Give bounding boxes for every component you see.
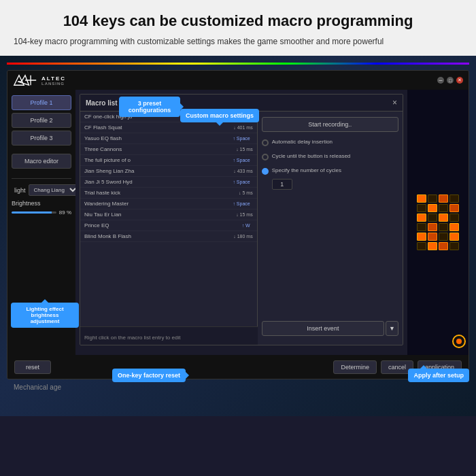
- list-item[interactable]: Niu Tau Er Lian ↓ 15 ms: [80, 209, 257, 220]
- list-item[interactable]: CF Flash Squat ↓ 401 ms: [80, 122, 257, 133]
- minimize-button[interactable]: ─: [437, 77, 444, 84]
- macro-close-button[interactable]: ×: [392, 98, 397, 107]
- light-section: light Chang Liang Brightness 89 %: [12, 178, 71, 216]
- key-block: [417, 233, 426, 241]
- title-bar: ALTEC LANSING ─ □ ✕: [7, 71, 469, 90]
- key-block: [449, 214, 459, 222]
- key-block: [439, 233, 448, 241]
- list-item[interactable]: Trial haste kick ↓ 5 ms: [80, 188, 257, 199]
- insert-event-dropdown-button[interactable]: ▼: [386, 321, 398, 336]
- logo-brand: ALTEC: [41, 75, 66, 82]
- macro-edit-hint: Right click on the macro list entry to e…: [84, 335, 180, 341]
- key-block: [428, 204, 437, 212]
- specify-cycles-radio[interactable]: [262, 168, 269, 175]
- main-content: Macro list × CF one-click high ju ↑ W CF…: [75, 90, 407, 355]
- footer-right: Determine cancel application: [333, 360, 462, 374]
- brightness-label: Brightness: [12, 200, 71, 207]
- macro-body: CF one-click high ju ↑ W CF Flash Squat …: [80, 112, 403, 341]
- key-block: [428, 214, 437, 222]
- insert-event-row: Insert event ▼: [262, 321, 398, 336]
- key-block: [417, 223, 426, 231]
- key-block: [417, 204, 426, 212]
- key-block: [439, 204, 448, 212]
- main-title: 104 keys can be customized macro program…: [14, 12, 462, 30]
- profile-1-button[interactable]: Profile 1: [12, 95, 71, 110]
- key-block: [417, 242, 426, 250]
- key-block: [439, 214, 448, 222]
- keyboard-area: [407, 90, 469, 355]
- app-footer: reset Determine cancel application: [7, 355, 469, 379]
- list-item[interactable]: Jian Ji 5 Sword Hyd ↑ Space: [80, 177, 257, 188]
- window-controls[interactable]: ─ □ ✕: [437, 77, 463, 84]
- app-window: ALTEC LANSING ─ □ ✕ Profile 1 Profile 2 …: [7, 70, 469, 379]
- key-block: [449, 233, 459, 241]
- list-item[interactable]: Jian Sheng Lian Zha ↓ 433 ms: [80, 166, 257, 177]
- insert-event-button[interactable]: Insert event: [262, 321, 384, 336]
- list-item[interactable]: Yasuo EQ flash ↑ Space: [80, 133, 257, 144]
- application-button[interactable]: application: [418, 360, 462, 374]
- key-block: [449, 204, 459, 212]
- macro-list-title: Macro list: [86, 99, 118, 107]
- macro-panel: Macro list × CF one-click high ju ↑ W CF…: [80, 94, 403, 345]
- specify-cycles-option[interactable]: Specify the number of cycles: [262, 167, 398, 175]
- determine-button[interactable]: Determine: [333, 360, 377, 374]
- app-body: Profile 1 Profile 2 Profile 3 Macro edit…: [7, 90, 469, 355]
- key-block: [439, 223, 448, 231]
- key-block: [439, 194, 448, 203]
- light-dropdown[interactable]: Chang Liang: [29, 184, 79, 196]
- brightness-slider[interactable]: [12, 211, 56, 214]
- key-block: [428, 242, 437, 250]
- cycle-until-label: Cycle until the button is released: [272, 153, 351, 160]
- list-item[interactable]: CF one-click high ju ↑ W: [80, 112, 257, 122]
- key-block: [439, 242, 448, 250]
- macro-controls: Start recording.. Automatic delay insert…: [258, 112, 403, 341]
- cycle-until-radio[interactable]: [262, 154, 269, 160]
- list-item[interactable]: Wandering Master ↑ Space: [80, 199, 257, 209]
- key-block: [417, 214, 426, 222]
- light-row: light Chang Liang: [12, 184, 71, 196]
- cancel-button[interactable]: cancel: [381, 360, 413, 374]
- automatic-delay-radio[interactable]: [262, 139, 269, 146]
- sub-title: 104-key macro programming with customiza…: [14, 37, 462, 46]
- logo-icon: [13, 74, 37, 86]
- cycle-count-input[interactable]: [272, 179, 292, 190]
- sidebar: Profile 1 Profile 2 Profile 3 Macro edit…: [7, 90, 75, 355]
- macro-list: CF one-click high ju ↑ W CF Flash Squat …: [80, 112, 258, 341]
- brightness-value: 89 %: [59, 209, 71, 216]
- key-block: [449, 194, 459, 203]
- key-block: [428, 194, 437, 203]
- profile-3-button[interactable]: Profile 3: [12, 131, 71, 146]
- key-block: [428, 233, 437, 241]
- macro-editor-button[interactable]: Macro editor: [12, 154, 71, 169]
- brightness-slider-row: 89 %: [12, 209, 71, 216]
- reset-button[interactable]: reset: [14, 360, 51, 374]
- bottom-text: Mechanical age: [7, 379, 469, 395]
- key-block: [449, 223, 459, 231]
- list-item[interactable]: Blind Monk B Flash ↓ 180 ms: [80, 231, 257, 242]
- app-section: ALTEC LANSING ─ □ ✕ Profile 1 Profile 2 …: [0, 56, 476, 416]
- specify-cycles-label: Specify the number of cycles: [272, 167, 341, 174]
- list-item[interactable]: Prince EQ ↑ W: [80, 220, 257, 231]
- logo-sub: LANSING: [41, 82, 66, 86]
- top-section: 104 keys can be customized macro program…: [0, 0, 476, 56]
- key-block: [417, 194, 426, 203]
- logo-area: ALTEC LANSING: [13, 74, 66, 86]
- start-recording-button[interactable]: Start recording..: [262, 117, 398, 132]
- key-block: [428, 223, 437, 231]
- macro-panel-header: Macro list ×: [80, 95, 403, 112]
- rainbow-line: [7, 63, 469, 65]
- automatic-delay-label: Automatic delay insertion: [272, 139, 333, 146]
- light-label: light: [14, 187, 26, 194]
- close-button[interactable]: ✕: [456, 77, 463, 84]
- automatic-delay-option[interactable]: Automatic delay insertion: [262, 139, 398, 146]
- profile-2-button[interactable]: Profile 2: [12, 113, 71, 128]
- list-item[interactable]: The full picture of o ↑ Space: [80, 155, 257, 166]
- cycle-until-option[interactable]: Cycle until the button is released: [262, 153, 398, 160]
- list-item[interactable]: Three Cannons ↓ 15 ms: [80, 144, 257, 155]
- maximize-button[interactable]: □: [447, 77, 454, 84]
- keyboard-visual: [414, 192, 462, 253]
- key-block: [449, 242, 459, 250]
